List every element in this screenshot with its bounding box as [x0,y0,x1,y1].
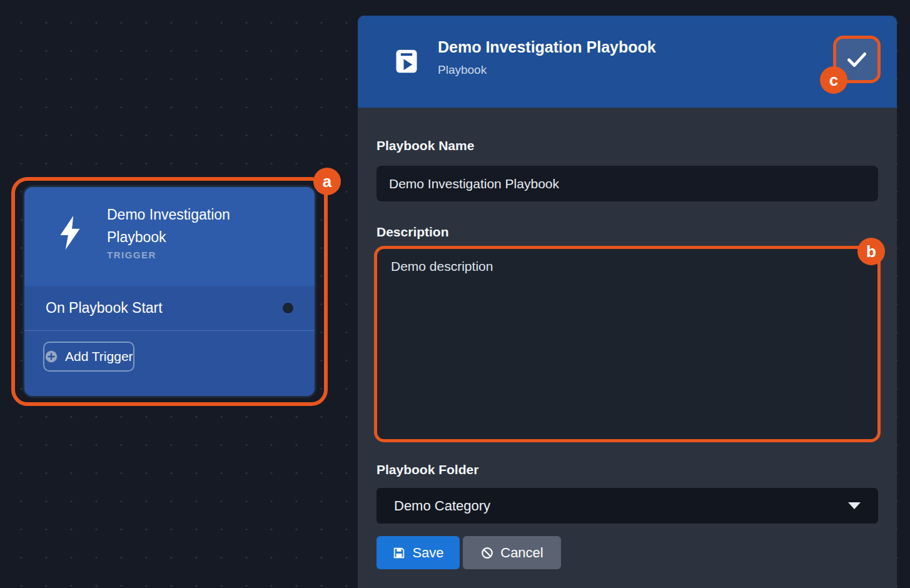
chevron-down-icon [848,502,861,509]
playbook-trigger-node[interactable]: Demo Investigation Playbook TRIGGER On P… [23,185,316,398]
annotation-badge-b-label: b [866,242,876,261]
playbook-name-label: Playbook Name [377,138,474,153]
plus-circle-icon [44,350,58,363]
trigger-node-body: On Playbook Start Add Trigger [24,286,315,396]
description-textarea[interactable]: Demo description [377,249,877,439]
panel-title: Demo Investigation Playbook [438,38,656,56]
annotation-badge-c: c [820,66,847,94]
annotation-badge-b: b [857,238,885,265]
playbook-folder-value: Demo Category [394,498,490,514]
annotation-badge-c-label: c [829,71,838,90]
trigger-node-header: Demo Investigation Playbook TRIGGER [24,187,315,286]
annotation-box-b: Demo description [374,246,881,442]
annotation-badge-a-label: a [323,172,331,191]
cancel-ban-icon [480,546,494,560]
panel-subtitle: Playbook [438,63,487,77]
annotation-badge-a: a [313,168,341,195]
panel-header: Demo Investigation Playbook Playbook [358,16,897,108]
playbook-editor-panel: Demo Investigation Playbook Playbook c P… [358,16,897,588]
save-floppy-icon [392,546,406,560]
trigger-row-label: On Playbook Start [46,300,163,317]
lightning-bolt-icon [57,216,83,251]
trigger-row-on-playbook-start[interactable]: On Playbook Start [24,286,315,331]
trigger-node-title: Demo Investigation Playbook [107,203,263,248]
playbook-folder-select[interactable]: Demo Category [377,488,878,524]
add-trigger-button[interactable]: Add Trigger [43,342,134,372]
trigger-node-type-label: TRIGGER [107,250,156,260]
save-button-label: Save [412,545,443,561]
cancel-button-label: Cancel [500,545,543,561]
playbook-name-input[interactable] [377,166,878,201]
cancel-button[interactable]: Cancel [463,536,561,569]
playbook-folder-label: Playbook Folder [377,462,478,477]
save-button[interactable]: Save [377,536,460,569]
trigger-port-dot[interactable] [283,303,293,313]
playbook-icon [393,47,420,76]
add-trigger-label: Add Trigger [65,349,133,364]
description-label: Description [377,225,449,240]
checkmark-icon [845,48,869,71]
